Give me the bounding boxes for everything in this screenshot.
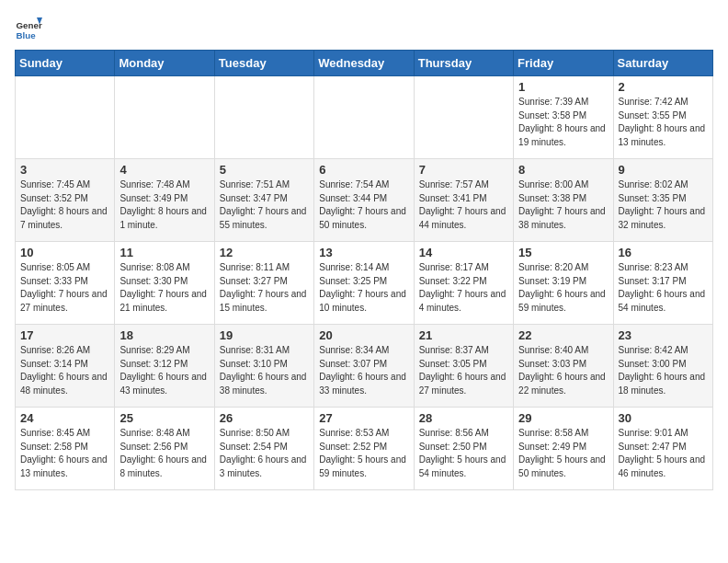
day-number: 21	[419, 328, 508, 342]
day-info: Sunrise: 8:29 AM Sunset: 3:12 PM Dayligh…	[119, 344, 209, 397]
calendar-cell: 20Sunrise: 8:34 AM Sunset: 3:07 PM Dayli…	[314, 325, 414, 408]
calendar-cell: 9Sunrise: 8:02 AM Sunset: 3:35 PM Daylig…	[613, 159, 712, 242]
day-number: 24	[20, 411, 109, 425]
calendar-week-5: 24Sunrise: 8:45 AM Sunset: 2:58 PM Dayli…	[16, 408, 713, 490]
page-header: General Blue	[15, 15, 713, 42]
calendar-cell: 21Sunrise: 8:37 AM Sunset: 3:05 PM Dayli…	[414, 325, 513, 408]
calendar-cell: 3Sunrise: 7:45 AM Sunset: 3:52 PM Daylig…	[16, 159, 115, 242]
day-info: Sunrise: 8:37 AM Sunset: 3:05 PM Dayligh…	[419, 344, 508, 397]
day-info: Sunrise: 9:01 AM Sunset: 2:47 PM Dayligh…	[619, 427, 708, 480]
day-number: 22	[518, 328, 608, 342]
day-info: Sunrise: 8:58 AM Sunset: 2:49 PM Dayligh…	[518, 427, 608, 480]
day-number: 16	[619, 246, 708, 259]
day-number: 4	[119, 163, 209, 177]
calendar-table: SundayMondayTuesdayWednesdayThursdayFrid…	[15, 50, 713, 490]
day-number: 23	[619, 328, 708, 342]
calendar-cell: 29Sunrise: 8:58 AM Sunset: 2:49 PM Dayli…	[514, 408, 613, 490]
day-number: 5	[220, 163, 309, 177]
day-number: 29	[518, 411, 608, 425]
calendar-week-4: 17Sunrise: 8:26 AM Sunset: 3:14 PM Dayli…	[16, 325, 713, 408]
day-info: Sunrise: 8:20 AM Sunset: 3:19 PM Dayligh…	[518, 261, 608, 315]
day-info: Sunrise: 8:45 AM Sunset: 2:58 PM Dayligh…	[20, 427, 109, 480]
day-info: Sunrise: 8:02 AM Sunset: 3:35 PM Dayligh…	[619, 178, 708, 232]
day-info: Sunrise: 8:11 AM Sunset: 3:27 PM Dayligh…	[220, 261, 309, 315]
day-number: 14	[419, 246, 508, 259]
day-header-saturday: Saturday	[613, 51, 712, 76]
day-number: 11	[119, 246, 209, 259]
calendar-cell: 12Sunrise: 8:11 AM Sunset: 3:27 PM Dayli…	[214, 242, 313, 325]
day-number: 1	[518, 80, 608, 94]
day-header-sunday: Sunday	[16, 51, 115, 76]
day-number: 13	[319, 246, 408, 259]
day-number: 9	[619, 163, 708, 177]
day-number: 18	[119, 328, 209, 342]
calendar-week-3: 10Sunrise: 8:05 AM Sunset: 3:33 PM Dayli…	[16, 242, 713, 325]
day-header-monday: Monday	[115, 51, 214, 76]
day-info: Sunrise: 7:45 AM Sunset: 3:52 PM Dayligh…	[20, 178, 109, 232]
day-number: 8	[518, 163, 608, 177]
calendar-cell: 24Sunrise: 8:45 AM Sunset: 2:58 PM Dayli…	[16, 408, 115, 490]
calendar-cell	[214, 76, 313, 159]
day-info: Sunrise: 8:08 AM Sunset: 3:30 PM Dayligh…	[119, 261, 209, 315]
calendar-cell	[115, 76, 214, 159]
day-info: Sunrise: 7:57 AM Sunset: 3:41 PM Dayligh…	[419, 178, 508, 232]
calendar-cell: 18Sunrise: 8:29 AM Sunset: 3:12 PM Dayli…	[115, 325, 214, 408]
calendar-week-2: 3Sunrise: 7:45 AM Sunset: 3:52 PM Daylig…	[16, 159, 713, 242]
svg-text:Blue: Blue	[17, 30, 37, 40]
day-number: 17	[20, 328, 109, 342]
day-header-friday: Friday	[514, 51, 613, 76]
calendar-cell	[314, 76, 414, 159]
day-info: Sunrise: 8:53 AM Sunset: 2:52 PM Dayligh…	[319, 427, 408, 480]
calendar-cell: 7Sunrise: 7:57 AM Sunset: 3:41 PM Daylig…	[414, 159, 513, 242]
svg-text:General: General	[17, 20, 43, 30]
day-number: 26	[220, 411, 309, 425]
calendar-cell: 5Sunrise: 7:51 AM Sunset: 3:47 PM Daylig…	[214, 159, 313, 242]
calendar-cell: 10Sunrise: 8:05 AM Sunset: 3:33 PM Dayli…	[16, 242, 115, 325]
day-number: 27	[319, 411, 408, 425]
day-info: Sunrise: 8:00 AM Sunset: 3:38 PM Dayligh…	[518, 178, 608, 232]
calendar-cell: 26Sunrise: 8:50 AM Sunset: 2:54 PM Dayli…	[214, 408, 313, 490]
calendar-cell: 27Sunrise: 8:53 AM Sunset: 2:52 PM Dayli…	[314, 408, 414, 490]
day-number: 7	[419, 163, 508, 177]
calendar-cell: 13Sunrise: 8:14 AM Sunset: 3:25 PM Dayli…	[314, 242, 414, 325]
day-number: 12	[220, 246, 309, 259]
day-info: Sunrise: 8:50 AM Sunset: 2:54 PM Dayligh…	[220, 427, 309, 480]
calendar-cell: 25Sunrise: 8:48 AM Sunset: 2:56 PM Dayli…	[115, 408, 214, 490]
day-info: Sunrise: 8:34 AM Sunset: 3:07 PM Dayligh…	[319, 344, 408, 397]
calendar-cell: 11Sunrise: 8:08 AM Sunset: 3:30 PM Dayli…	[115, 242, 214, 325]
calendar-cell: 22Sunrise: 8:40 AM Sunset: 3:03 PM Dayli…	[514, 325, 613, 408]
day-info: Sunrise: 8:56 AM Sunset: 2:50 PM Dayligh…	[419, 427, 508, 480]
calendar-week-1: 1Sunrise: 7:39 AM Sunset: 3:58 PM Daylig…	[16, 76, 713, 159]
day-number: 3	[20, 163, 109, 177]
calendar-cell: 14Sunrise: 8:17 AM Sunset: 3:22 PM Dayli…	[414, 242, 513, 325]
day-number: 25	[119, 411, 209, 425]
calendar-cell: 17Sunrise: 8:26 AM Sunset: 3:14 PM Dayli…	[16, 325, 115, 408]
day-info: Sunrise: 8:40 AM Sunset: 3:03 PM Dayligh…	[518, 344, 608, 397]
day-info: Sunrise: 8:14 AM Sunset: 3:25 PM Dayligh…	[319, 261, 408, 315]
logo-icon: General Blue	[15, 15, 42, 42]
calendar-cell: 1Sunrise: 7:39 AM Sunset: 3:58 PM Daylig…	[514, 76, 613, 159]
day-info: Sunrise: 8:17 AM Sunset: 3:22 PM Dayligh…	[419, 261, 508, 315]
calendar-cell: 28Sunrise: 8:56 AM Sunset: 2:50 PM Dayli…	[414, 408, 513, 490]
day-header-wednesday: Wednesday	[314, 51, 414, 76]
day-number: 2	[619, 80, 708, 94]
calendar-cell	[414, 76, 513, 159]
day-number: 6	[319, 163, 408, 177]
day-info: Sunrise: 8:31 AM Sunset: 3:10 PM Dayligh…	[220, 344, 309, 397]
day-info: Sunrise: 7:39 AM Sunset: 3:58 PM Dayligh…	[518, 96, 608, 149]
calendar-cell: 15Sunrise: 8:20 AM Sunset: 3:19 PM Dayli…	[514, 242, 613, 325]
day-header-thursday: Thursday	[414, 51, 513, 76]
day-info: Sunrise: 8:26 AM Sunset: 3:14 PM Dayligh…	[20, 344, 109, 397]
day-number: 30	[619, 411, 708, 425]
calendar-cell: 19Sunrise: 8:31 AM Sunset: 3:10 PM Dayli…	[214, 325, 313, 408]
calendar-cell: 4Sunrise: 7:48 AM Sunset: 3:49 PM Daylig…	[115, 159, 214, 242]
day-number: 19	[220, 328, 309, 342]
calendar-cell: 30Sunrise: 9:01 AM Sunset: 2:47 PM Dayli…	[613, 408, 712, 490]
calendar-cell: 2Sunrise: 7:42 AM Sunset: 3:55 PM Daylig…	[613, 76, 712, 159]
day-info: Sunrise: 7:54 AM Sunset: 3:44 PM Dayligh…	[319, 178, 408, 232]
logo: General Blue	[15, 15, 42, 42]
calendar-cell	[16, 76, 115, 159]
day-info: Sunrise: 7:42 AM Sunset: 3:55 PM Dayligh…	[619, 96, 708, 149]
calendar-cell: 8Sunrise: 8:00 AM Sunset: 3:38 PM Daylig…	[514, 159, 613, 242]
day-info: Sunrise: 8:42 AM Sunset: 3:00 PM Dayligh…	[619, 344, 708, 397]
